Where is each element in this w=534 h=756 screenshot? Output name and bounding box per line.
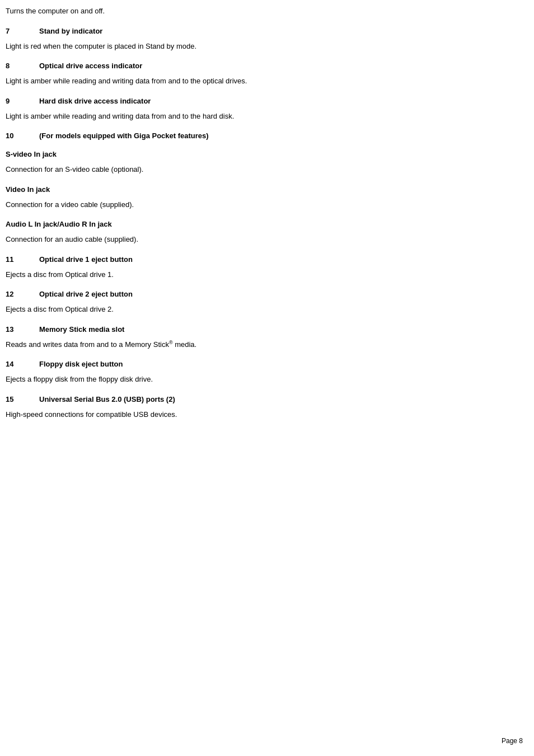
- section-11-title: Optical drive 1 eject button: [39, 255, 133, 264]
- section-9: 9 Hard disk drive access indicator Light…: [6, 97, 512, 122]
- section-8-number: 8: [6, 62, 39, 70]
- section-14-title: Floppy disk eject button: [39, 360, 123, 368]
- section-7-title: Stand by indicator: [39, 27, 102, 35]
- section-12-body: Ejects a disc from Optical drive 2.: [6, 304, 512, 315]
- section-8-body: Light is amber while reading and writing…: [6, 76, 512, 87]
- page-content: Turns the computer on and off. 7 Stand b…: [0, 0, 534, 452]
- section-11: 11 Optical drive 1 eject button Ejects a…: [6, 255, 512, 280]
- intro-text: Turns the computer on and off.: [6, 6, 512, 17]
- section-9-number: 9: [6, 97, 39, 105]
- section-11-number: 11: [6, 255, 39, 264]
- section-12: 12 Optical drive 2 eject button Ejects a…: [6, 290, 512, 315]
- section-13-number: 13: [6, 325, 39, 334]
- subsection-video-body: Connection for a video cable (supplied).: [6, 199, 512, 210]
- section-7: 7 Stand by indicator Light is red when t…: [6, 27, 512, 52]
- subsection-svideo-body: Connection for an S-video cable (optiona…: [6, 164, 512, 175]
- section-13: 13 Memory Stick media slot Reads and wri…: [6, 325, 512, 350]
- section-10: 10 (For models equipped with Giga Pocket…: [6, 132, 512, 245]
- section-7-header: 7 Stand by indicator: [6, 27, 512, 35]
- section-13-body: Reads and writes data from and to a Memo…: [6, 339, 512, 350]
- section-11-body: Ejects a disc from Optical drive 1.: [6, 269, 512, 280]
- section-7-number: 7: [6, 27, 39, 35]
- section-13-title: Memory Stick media slot: [39, 325, 124, 334]
- subsection-svideo: S-video In jack Connection for an S-vide…: [6, 150, 512, 175]
- section-15-title: Universal Serial Bus 2.0 (USB) ports (2): [39, 395, 175, 403]
- section-15-body: High-speed connections for compatible US…: [6, 409, 512, 420]
- section-13-header: 13 Memory Stick media slot: [6, 325, 512, 334]
- section-12-header: 12 Optical drive 2 eject button: [6, 290, 512, 298]
- section-9-header: 9 Hard disk drive access indicator: [6, 97, 512, 105]
- subsection-video: Video In jack Connection for a video cab…: [6, 185, 512, 210]
- section-11-header: 11 Optical drive 1 eject button: [6, 255, 512, 264]
- section-15-header: 15 Universal Serial Bus 2.0 (USB) ports …: [6, 395, 512, 403]
- subsection-audio: Audio L In jack/Audio R In jack Connecti…: [6, 220, 512, 245]
- section-10-title: (For models equipped with Giga Pocket fe…: [39, 132, 209, 140]
- subsection-audio-body: Connection for an audio cable (supplied)…: [6, 234, 512, 245]
- subsection-audio-title: Audio L In jack/Audio R In jack: [6, 220, 512, 228]
- section-7-body: Light is red when the computer is placed…: [6, 41, 512, 52]
- section-14-header: 14 Floppy disk eject button: [6, 360, 512, 368]
- section-12-number: 12: [6, 290, 39, 298]
- section-8-header: 8 Optical drive access indicator: [6, 62, 512, 70]
- section-14-body: Ejects a floppy disk from the floppy dis…: [6, 374, 512, 385]
- page-number: Page 8: [502, 737, 523, 745]
- section-14: 14 Floppy disk eject button Ejects a flo…: [6, 360, 512, 385]
- section-10-header: 10 (For models equipped with Giga Pocket…: [6, 132, 512, 140]
- subsection-svideo-title: S-video In jack: [6, 150, 512, 158]
- section-9-body: Light is amber while reading and writing…: [6, 111, 512, 122]
- section-14-number: 14: [6, 360, 39, 368]
- section-8: 8 Optical drive access indicator Light i…: [6, 62, 512, 87]
- section-8-title: Optical drive access indicator: [39, 62, 142, 70]
- subsection-video-title: Video In jack: [6, 185, 512, 194]
- section-9-title: Hard disk drive access indicator: [39, 97, 151, 105]
- section-12-title: Optical drive 2 eject button: [39, 290, 133, 298]
- section-15-number: 15: [6, 395, 39, 403]
- section-15: 15 Universal Serial Bus 2.0 (USB) ports …: [6, 395, 512, 420]
- section-10-number: 10: [6, 132, 39, 140]
